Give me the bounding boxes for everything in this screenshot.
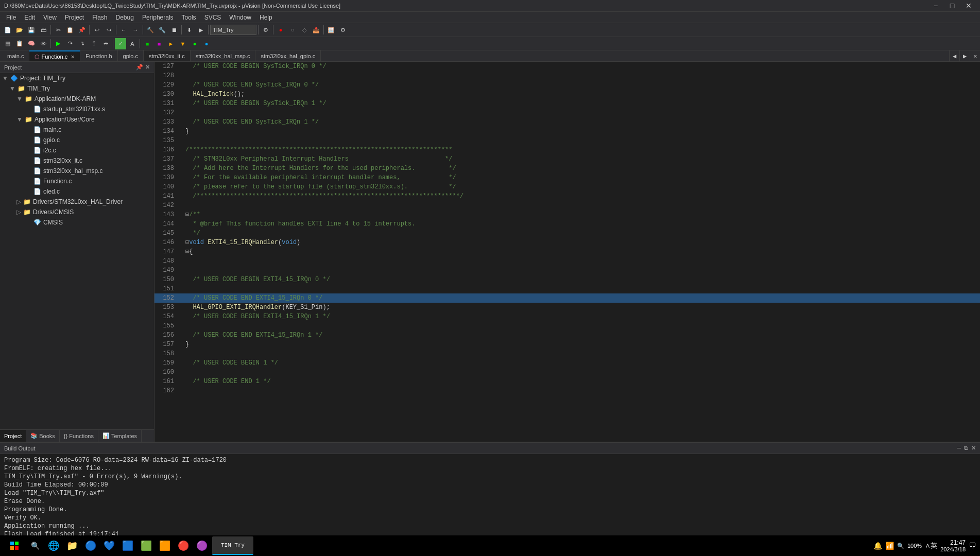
step-over-button[interactable]: ↷	[64, 38, 76, 49]
menu-help[interactable]: Help	[255, 12, 277, 23]
taskbar-edge[interactable]: 🌐	[45, 536, 62, 555]
build-panel-close[interactable]: ✕	[971, 445, 976, 451]
code-editor[interactable]: 127 /* USER CODE BEGIN SysTick_IRQn 0 */…	[154, 62, 980, 442]
tree-drivers-stm[interactable]: ▷ 📁 Drivers/STM32L0xx_HAL_Driver	[0, 197, 154, 207]
sidebar-tab-project[interactable]: Project	[0, 430, 26, 442]
tree-oled-c[interactable]: ▷ 📄 oled.c	[0, 186, 154, 197]
debug-button[interactable]: ▶	[195, 24, 207, 36]
tab-main-c[interactable]: main.c	[2, 50, 29, 62]
build-panel-float[interactable]: ⧉	[964, 445, 968, 451]
save-button[interactable]: 💾	[26, 24, 37, 36]
open-file-button[interactable]: 📂	[14, 24, 25, 36]
tab-hal-gpio[interactable]: stm32l0xx_hal_gpio.c	[255, 50, 321, 62]
taskbar-app2[interactable]: 💙	[101, 536, 117, 555]
run-to-cursor[interactable]: ↛	[100, 38, 111, 49]
run-button[interactable]: ▶	[53, 38, 64, 49]
target-name-input[interactable]	[210, 25, 256, 35]
tree-cmsis[interactable]: ▷ 💎 CMSIS	[0, 217, 154, 228]
menu-window[interactable]: Window	[225, 12, 255, 23]
output-toggle[interactable]: 📋	[14, 38, 25, 49]
watch-toggle[interactable]: 👁	[38, 38, 49, 49]
taskbar-app3[interactable]: 🟦	[119, 536, 136, 555]
menu-view[interactable]: View	[39, 12, 61, 23]
minimize-button[interactable]: −	[929, 0, 943, 11]
asm-toggle[interactable]: A	[127, 38, 138, 49]
menu-tools[interactable]: Tools	[178, 12, 200, 23]
tab-stm32it[interactable]: stm32l0xx_it.c	[144, 50, 191, 62]
sidebar-tab-books[interactable]: 📚Books	[26, 430, 60, 442]
menu-project[interactable]: Project	[61, 12, 88, 23]
arrow-blue-button[interactable]: ●	[201, 38, 212, 49]
download-button[interactable]: ⬇	[183, 24, 195, 36]
taskbar-explorer[interactable]: 📁	[64, 536, 80, 555]
step-into-button[interactable]: ↴	[76, 38, 88, 49]
taskbar-app7[interactable]: 🟣	[194, 536, 210, 555]
menu-debug[interactable]: Debug	[112, 12, 138, 23]
tree-root[interactable]: ▼ 🔷 Project: TIM_Try	[0, 73, 154, 83]
tree-function-c[interactable]: ▷ 📄 Function.c	[0, 176, 154, 186]
sidebar-tab-templates[interactable]: 📊 Templates	[98, 430, 142, 442]
taskbar-app4[interactable]: 🟩	[138, 536, 154, 555]
taskbar-search-button[interactable]: 🔍	[27, 536, 43, 555]
tabs-scroll-left[interactable]: ◀	[949, 50, 959, 62]
color1-button[interactable]: ■	[142, 38, 153, 49]
tab-function-c[interactable]: ⬡ Function.c ✕	[29, 50, 80, 62]
window-toggle[interactable]: 🪟	[325, 24, 337, 36]
stop-button[interactable]: ⏹	[168, 24, 180, 36]
nav-back-button[interactable]: ←	[118, 24, 129, 36]
arrow-down-button[interactable]: ▼	[177, 38, 188, 49]
redo-button[interactable]: ↪	[103, 24, 114, 36]
tree-stm32it[interactable]: ▷ 📄 stm32l0xx_it.c	[0, 155, 154, 166]
debug-stop-button[interactable]: ○	[287, 24, 298, 36]
build-panel-minimize[interactable]: ─	[957, 445, 961, 451]
tree-tim-try[interactable]: ▼ 📁 TIM_Try	[0, 83, 154, 94]
tree-app-user[interactable]: ▼ 📁 Application/User/Core	[0, 114, 154, 125]
menu-svcs[interactable]: SVCS	[200, 12, 226, 23]
arrow-right-button[interactable]: ►	[165, 38, 177, 49]
tab-function-c-close[interactable]: ✕	[71, 54, 75, 60]
undo-button[interactable]: ↩	[91, 24, 102, 36]
sidebar-tab-functions[interactable]: {}Functions	[60, 430, 98, 442]
save-all-button[interactable]: 🗃	[38, 24, 49, 36]
clear-button[interactable]: ◇	[299, 24, 310, 36]
start-button[interactable]	[4, 536, 25, 555]
tree-startup[interactable]: ▷ 📄 startup_stm32l071xx.s	[0, 104, 154, 114]
tree-drivers-cmsis[interactable]: ▷ 📁 Drivers/CMSIS	[0, 207, 154, 217]
tab-function-h[interactable]: Function.h	[80, 50, 117, 62]
tab-gpio-c[interactable]: gpio.c	[118, 50, 144, 62]
tree-i2c-c[interactable]: ▷ 📄 i2c.c	[0, 145, 154, 155]
cut-button[interactable]: ✂	[53, 24, 64, 36]
tab-hal-msp[interactable]: stm32l0xx_hal_msp.c	[191, 50, 256, 62]
sidebar-toggle[interactable]: ▤	[2, 38, 13, 49]
tree-main-c[interactable]: ▷ 📄 main.c	[0, 125, 154, 135]
taskbar-app1[interactable]: 🔵	[82, 536, 99, 555]
debug-start-button[interactable]: ●	[275, 24, 286, 36]
menu-peripherals[interactable]: Peripherals	[138, 12, 178, 23]
options-button[interactable]: ⚙	[260, 24, 271, 36]
menu-file[interactable]: File	[2, 12, 20, 23]
tabs-close-all[interactable]: ✕	[970, 50, 980, 62]
tree-hal-msp[interactable]: ▷ 📄 stm32l0xx_hal_msp.c	[0, 166, 154, 176]
maximize-button[interactable]: □	[945, 0, 959, 11]
new-file-button[interactable]: 📄	[2, 24, 13, 36]
systray-notification-bell[interactable]: 🗨	[969, 542, 976, 550]
sidebar-close[interactable]: ✕	[145, 64, 150, 71]
tree-app-mdk[interactable]: ▼ 📁 Application/MDK-ARM	[0, 94, 154, 104]
copy-button[interactable]: 📋	[64, 24, 76, 36]
flash-download-button[interactable]: 📥	[311, 24, 322, 36]
gear-button[interactable]: ⚙	[337, 24, 349, 36]
taskbar-app5[interactable]: 🟧	[157, 536, 173, 555]
tree-gpio-c[interactable]: ▷ 📄 gpio.c	[0, 135, 154, 145]
memory-toggle[interactable]: 🧠	[26, 38, 37, 49]
menu-edit[interactable]: Edit	[20, 12, 39, 23]
nav-fwd-button[interactable]: →	[130, 24, 141, 36]
taskbar-keil[interactable]: TIM_Try	[212, 536, 253, 555]
close-button[interactable]: ✕	[961, 0, 976, 11]
taskbar-app6[interactable]: 🔴	[175, 536, 192, 555]
step-out-button[interactable]: ↥	[88, 38, 99, 49]
color2-button[interactable]: ■	[153, 38, 165, 49]
build-button[interactable]: 🔨	[145, 24, 156, 36]
menu-flash[interactable]: Flash	[88, 12, 111, 23]
tabs-scroll-right[interactable]: ▶	[959, 50, 970, 62]
sidebar-pin[interactable]: 📌	[136, 64, 143, 71]
